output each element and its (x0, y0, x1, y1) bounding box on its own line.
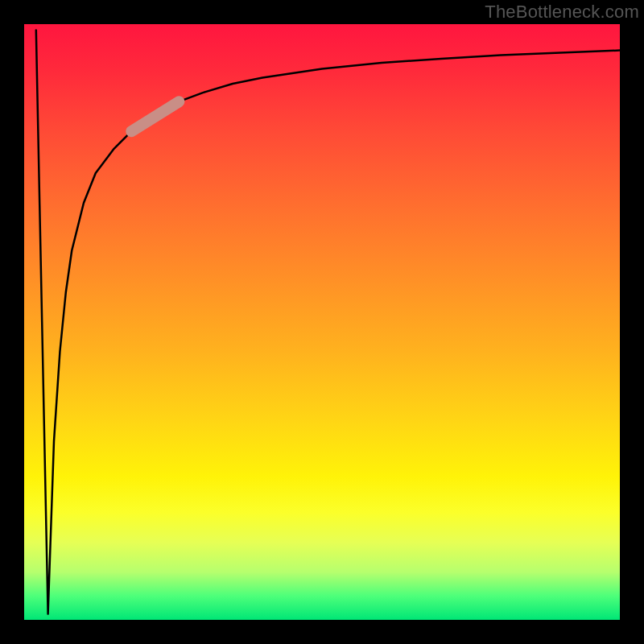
curve-path (36, 30, 620, 613)
watermark-text: TheBottleneck.com (485, 2, 639, 23)
highlight-segment (131, 101, 179, 131)
chart-frame: TheBottleneck.com (0, 0, 644, 644)
plot-area (24, 24, 620, 620)
curve-svg (24, 24, 620, 620)
